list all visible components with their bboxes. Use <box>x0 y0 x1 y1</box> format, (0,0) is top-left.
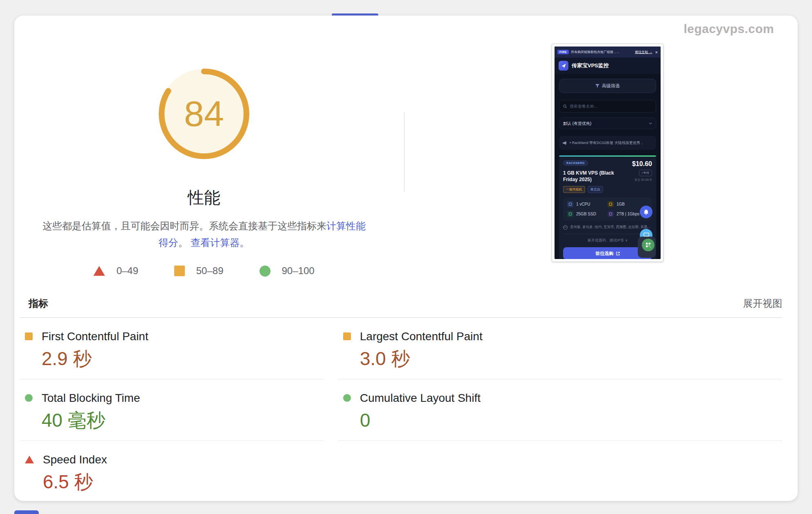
ssd-icon <box>567 211 573 217</box>
vendor-badge: RACKNERD <box>563 160 588 166</box>
notice-text: • RackNerd 带有DC02标签 大陆线路更优秀， <box>570 140 644 146</box>
rocket-icon <box>559 61 568 71</box>
search-placeholder: 搜索套餐名称... <box>570 104 597 109</box>
metrics-grid: First Contentful Paint 2.9 秒 Largest Con… <box>20 318 782 502</box>
metric-si: Speed Index 6.5 秒 <box>20 441 324 502</box>
buy-button-label: 前往选购 <box>596 250 614 257</box>
legend-range-poor: 0–49 <box>93 265 138 277</box>
legend-label: 0–49 <box>116 265 138 277</box>
spec-cpu: 1 vCPU <box>567 201 608 207</box>
performance-report-card: legacyvps.com 84 性能 这些都是估算值，且可能会因时而异。系统会… <box>14 16 798 501</box>
metric-name: First Contentful Paint <box>42 330 148 343</box>
legend-label: 90–100 <box>282 265 315 277</box>
banner-close-icon: × <box>655 50 658 55</box>
search-icon <box>563 104 567 109</box>
metrics-header: 指标 展开视图 <box>20 295 782 318</box>
metric-value: 6.5 秒 <box>43 472 107 492</box>
globe-icon <box>563 225 568 230</box>
category-title: 性能 <box>14 186 394 209</box>
ram-icon <box>608 201 614 207</box>
monthly-price: 折合 $0.88/月 <box>635 178 652 182</box>
billing-badge: / 年付 <box>639 170 652 176</box>
network-icon <box>608 211 614 217</box>
spec-storage: 25GB SSD <box>567 211 608 217</box>
description-separator: 。 <box>178 237 188 248</box>
metrics-section: 指标 展开视图 First Contentful Paint 2.9 秒 Lar… <box>20 295 782 502</box>
sort-select: 默认 (有货优先) <box>559 117 656 129</box>
good-circle-icon <box>260 266 271 277</box>
metric-tbt: Total Blocking Time 40 毫秒 <box>20 379 324 441</box>
banner-link: 前往主站 → <box>635 50 652 54</box>
next-section-peek <box>14 510 39 514</box>
performance-gauge: 84 <box>155 65 253 163</box>
metric-lcp: Largest Contentful Paint 3.0 秒 <box>338 318 782 379</box>
metric-name: Largest Contentful Paint <box>360 330 482 343</box>
app-header: 传家宝VPS监控 <box>555 58 661 74</box>
chevron-down-icon <box>649 122 652 125</box>
screenshot-content: FIRE 所有购买链接都包含推广链接，... 前往主站 → × 传家宝VPS监控… <box>555 47 661 259</box>
poor-triangle-icon <box>25 456 34 463</box>
average-square-icon <box>174 266 185 276</box>
metric-value: 0 <box>360 410 481 430</box>
app-title: 传家宝VPS监控 <box>572 62 653 69</box>
page-screenshot-thumbnail[interactable]: FIRE 所有购买链接都包含推广链接，... 前往主站 → × 传家宝VPS监控… <box>552 44 663 262</box>
funnel-icon <box>595 84 599 88</box>
qr-code-button <box>642 239 654 251</box>
average-square-icon <box>343 332 351 340</box>
score-legend: 0–49 50–89 90–100 <box>14 265 394 277</box>
megaphone-icon <box>563 141 567 145</box>
cpu-icon <box>567 201 573 207</box>
metric-name: Total Blocking Time <box>42 392 140 405</box>
offer-price: $10.60 <box>632 160 652 168</box>
banner-text: 所有购买链接都包含推广链接，... <box>571 50 633 54</box>
fire-badge: FIRE <box>557 50 569 54</box>
category-description: 这些都是估算值，且可能会因时而异。系统会直接基于这些指标来计算性能得分。 查看计… <box>14 217 394 251</box>
good-circle-icon <box>25 394 33 402</box>
tag-blackfriday: 黑五款 <box>588 186 603 193</box>
sort-select-value: 默认 (有货优先) <box>563 121 591 126</box>
performance-score: 84 <box>155 65 253 163</box>
locations-text: 圣何塞, 多伦多, 纽约, 芝加哥, 西雅图, 达拉斯, 凤凰… <box>570 225 651 230</box>
offer-divider <box>563 234 652 234</box>
average-square-icon <box>25 332 33 340</box>
metric-value: 3.0 秒 <box>360 349 482 368</box>
offer-title: 1 GB KVM VPS (Black Friday 2025) <box>563 170 625 183</box>
metric-name: Cumulative Layout Shift <box>360 392 481 405</box>
external-link-icon <box>616 252 620 255</box>
promo-banner: FIRE 所有购买链接都包含推广链接，... 前往主站 → × <box>555 47 661 58</box>
poor-triangle-icon <box>93 266 105 276</box>
metric-empty-cell <box>338 441 782 502</box>
expand-view-button[interactable]: 展开视图 <box>743 297 782 310</box>
locations-row: 圣何塞, 多伦多, 纽约, 芝加哥, 西雅图, 达拉斯, 凤凰… <box>563 225 652 230</box>
filter-button-label: 高级筛选 <box>602 83 620 89</box>
offer-tags: 一般性能机 黑五款 <box>563 186 652 193</box>
site-watermark: legacyvps.com <box>683 22 774 36</box>
metric-cls: Cumulative Layout Shift 0 <box>338 379 782 441</box>
metrics-title: 指标 <box>29 297 48 310</box>
notice-bar: • RackNerd 带有DC02标签 大陆线路更优秀， <box>559 136 656 150</box>
notification-bell-button <box>640 206 652 218</box>
legend-label: 50–89 <box>196 265 224 277</box>
legend-range-good: 90–100 <box>260 265 315 277</box>
metric-value: 40 毫秒 <box>42 410 140 430</box>
search-input: 搜索套餐名称... <box>559 100 656 113</box>
tag-performance: 一般性能机 <box>563 186 585 193</box>
offer-gradient-bar <box>559 155 656 157</box>
spec-ram: 1GB <box>608 201 648 207</box>
good-circle-icon <box>343 394 351 402</box>
vertical-divider <box>404 112 405 192</box>
description-text: 这些都是估算值，且可能会因时而异。系统会直接基于这些指标来 <box>42 220 326 231</box>
metric-value: 2.9 秒 <box>42 349 148 368</box>
calculator-link[interactable]: 查看计算器。 <box>191 237 249 248</box>
advanced-filter-button: 高级筛选 <box>559 79 656 93</box>
metric-fcp: First Contentful Paint 2.9 秒 <box>20 318 324 379</box>
spec-grid: 1 vCPU 1GB 25GB SSD 2TB | 1Gbps <box>563 197 652 221</box>
legend-range-average: 50–89 <box>174 265 224 277</box>
metric-name: Speed Index <box>43 453 107 466</box>
